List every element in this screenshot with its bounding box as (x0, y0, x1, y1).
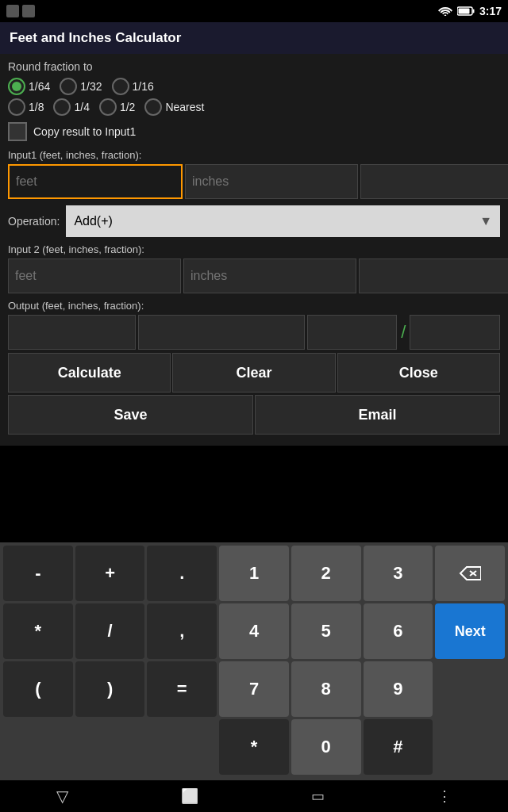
title-bar: Feet and Inches Calculator (0, 22, 508, 54)
input2-numerator[interactable] (359, 259, 508, 293)
main-content: Round fraction to 1/64 1/32 1/16 1/8 1/4… (0, 54, 508, 446)
svg-rect-1 (472, 10, 474, 13)
wifi-icon (438, 6, 452, 17)
radio-label-1-64: 1/64 (29, 80, 50, 93)
action-buttons-row1: Calculate Clear Close (8, 353, 500, 393)
radio-circle-1-8[interactable] (8, 98, 25, 116)
keyboard-row-2: * / , 4 5 6 Next (3, 603, 505, 659)
action-buttons-row2: Save Email (8, 395, 500, 435)
key-multiply[interactable]: * (3, 603, 73, 659)
key-open-paren[interactable]: ( (3, 661, 73, 717)
radio-label-1-4: 1/4 (74, 101, 89, 113)
input1-inches[interactable] (185, 164, 358, 199)
key-2[interactable]: 2 (291, 546, 361, 601)
round-fraction-label: Round fraction to (8, 60, 500, 73)
radio-group-row1: 1/64 1/32 1/16 (8, 78, 500, 95)
key-1[interactable]: 1 (219, 546, 289, 601)
input2-feet[interactable] (8, 259, 181, 293)
radio-group-row2: 1/8 1/4 1/2 Nearest (8, 98, 500, 116)
menu-button[interactable]: ⋮ (437, 787, 452, 805)
radio-label-1-32: 1/32 (80, 80, 102, 93)
key-minus[interactable]: - (3, 546, 73, 601)
svg-rect-2 (458, 9, 469, 14)
svg-marker-3 (460, 567, 481, 580)
radio-label-1-16: 1/16 (133, 80, 154, 93)
notification-icon-1 (6, 5, 19, 17)
output-row: / (8, 315, 500, 350)
app-title: Feet and Inches Calculator (10, 30, 181, 46)
radio-1-4[interactable]: 1/4 (53, 98, 89, 116)
key-8[interactable]: 8 (291, 661, 361, 717)
nav-bar: ▽ ⬜ ▭ ⋮ (0, 780, 508, 812)
radio-nearest[interactable]: Nearest (144, 98, 204, 116)
dropdown-arrow-icon: ▼ (479, 214, 492, 228)
input1-numerator[interactable] (360, 164, 508, 199)
key-hash[interactable]: # (364, 719, 433, 775)
email-button[interactable]: Email (255, 395, 500, 435)
save-button[interactable]: Save (8, 395, 253, 435)
output-inches (138, 315, 304, 350)
output-slash: / (399, 322, 407, 343)
key-asterisk[interactable]: * (219, 719, 289, 775)
radio-circle-1-2[interactable] (99, 98, 117, 116)
status-time: 3:17 (479, 5, 502, 17)
radio-1-64[interactable]: 1/64 (8, 78, 50, 95)
radio-label-nearest: Nearest (165, 101, 204, 113)
key-empty-r3 (435, 661, 505, 717)
key-7[interactable]: 7 (219, 661, 289, 717)
key-divide[interactable]: / (75, 603, 145, 659)
operation-row: Operation: Add(+) ▼ (8, 205, 500, 237)
input1-label: Input1 (feet, inches, fraction): (8, 149, 500, 161)
battery-icon (457, 6, 475, 16)
key-4[interactable]: 4 (219, 603, 289, 659)
calculate-button[interactable]: Calculate (8, 353, 171, 393)
input1-row: / (8, 164, 500, 199)
home-button[interactable]: ⬜ (181, 787, 198, 805)
radio-1-16[interactable]: 1/16 (112, 78, 154, 95)
notification-icon-2 (22, 5, 35, 17)
key-5[interactable]: 5 (291, 603, 361, 659)
key-9[interactable]: 9 (364, 661, 433, 717)
radio-circle-1-16[interactable] (112, 78, 129, 95)
operation-dropdown[interactable]: Add(+) ▼ (66, 205, 500, 237)
key-empty-r4-1 (3, 719, 73, 775)
keyboard-row-3: ( ) = 7 8 9 (3, 661, 505, 717)
output-numerator (307, 315, 398, 350)
key-3[interactable]: 3 (364, 546, 433, 601)
key-empty-r4-3 (147, 719, 217, 775)
copy-checkbox-row[interactable]: Copy result to Input1 (8, 122, 500, 141)
input2-label: Input 2 (feet, inches, fraction): (8, 243, 500, 255)
keyboard-row-4: * 0 # (3, 719, 505, 775)
copy-checkbox-label: Copy result to Input1 (33, 125, 136, 138)
radio-circle-nearest[interactable] (144, 98, 162, 116)
key-dot[interactable]: . (147, 546, 217, 601)
back-button[interactable]: ▽ (56, 787, 68, 806)
key-empty-r4-4 (435, 719, 505, 775)
key-close-paren[interactable]: ) (75, 661, 145, 717)
recent-apps-button[interactable]: ▭ (311, 787, 325, 805)
input2-inches[interactable] (183, 259, 356, 293)
key-backspace[interactable] (435, 546, 505, 601)
key-empty-r4-2 (75, 719, 145, 775)
operation-label: Operation: (8, 215, 60, 228)
radio-circle-1-4[interactable] (53, 98, 71, 116)
key-next[interactable]: Next (435, 603, 505, 659)
output-label: Output (feet, inches, fraction): (8, 300, 500, 312)
input1-feet[interactable] (8, 164, 183, 199)
keyboard-row-1: - + . 1 2 3 (3, 546, 505, 601)
radio-1-2[interactable]: 1/2 (99, 98, 135, 116)
key-plus[interactable]: + (75, 546, 145, 601)
copy-checkbox[interactable] (8, 122, 27, 141)
radio-1-32[interactable]: 1/32 (60, 78, 102, 95)
radio-circle-1-32[interactable] (60, 78, 77, 95)
key-comma[interactable]: , (147, 603, 217, 659)
close-button[interactable]: Close (337, 353, 500, 393)
radio-circle-1-64[interactable] (8, 78, 25, 95)
key-6[interactable]: 6 (364, 603, 433, 659)
radio-1-8[interactable]: 1/8 (8, 98, 44, 116)
keyboard-area: - + . 1 2 3 * / , 4 5 6 Next ( ) = 7 8 9 (0, 542, 508, 780)
key-equals[interactable]: = (147, 661, 217, 717)
key-0[interactable]: 0 (291, 719, 361, 775)
backspace-icon (459, 565, 481, 581)
clear-button[interactable]: Clear (172, 353, 335, 393)
